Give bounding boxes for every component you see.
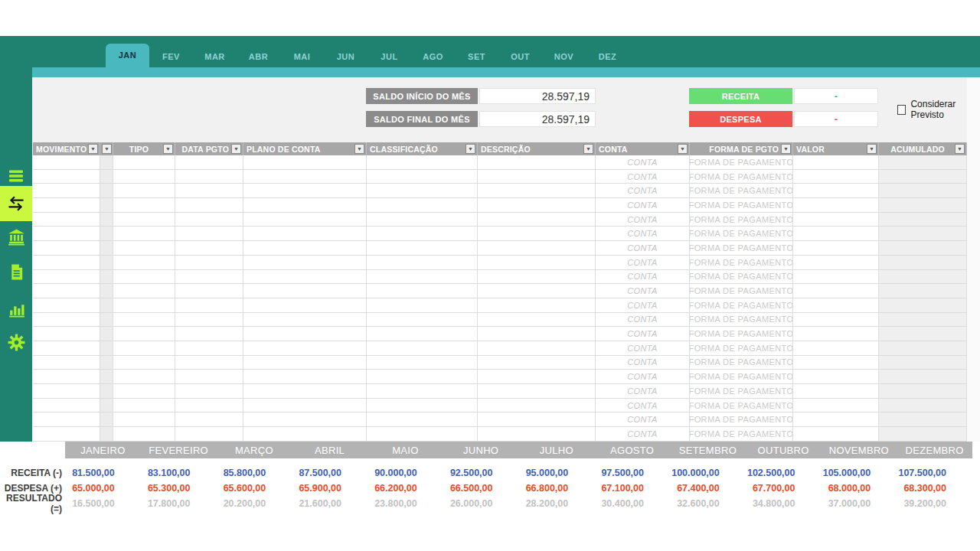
empty-cell[interactable]	[100, 327, 113, 341]
sidebar-item-charts[interactable]	[0, 296, 32, 321]
empty-cell[interactable]	[100, 384, 113, 399]
empty-cell[interactable]	[793, 356, 879, 370]
empty-cell[interactable]	[33, 155, 100, 170]
conta-placeholder-cell[interactable]: CONTA	[596, 198, 690, 213]
conta-placeholder-cell[interactable]: CONTA	[596, 427, 690, 442]
empty-cell[interactable]	[879, 284, 967, 298]
empty-cell[interactable]	[100, 213, 113, 227]
empty-cell[interactable]	[367, 313, 478, 328]
empty-cell[interactable]	[175, 384, 243, 399]
empty-cell[interactable]	[243, 298, 367, 313]
empty-cell[interactable]	[243, 213, 367, 227]
empty-cell[interactable]	[113, 256, 175, 270]
empty-cell[interactable]	[175, 427, 243, 442]
conta-placeholder-cell[interactable]: CONTA	[596, 313, 690, 328]
empty-cell[interactable]	[243, 399, 367, 413]
empty-cell[interactable]	[478, 227, 596, 241]
empty-cell[interactable]	[879, 427, 967, 442]
empty-cell[interactable]	[478, 155, 596, 170]
forma-pgto-placeholder-cell[interactable]: FORMA DE PAGAMENTO	[690, 184, 793, 198]
empty-cell[interactable]	[243, 412, 367, 427]
filter-dropdown-icon[interactable]: ▼	[102, 144, 112, 154]
empty-cell[interactable]	[478, 370, 596, 384]
empty-cell[interactable]	[879, 256, 967, 270]
empty-cell[interactable]	[100, 270, 113, 285]
empty-cell[interactable]	[367, 356, 478, 370]
tab-set[interactable]: SET	[455, 45, 498, 67]
empty-cell[interactable]	[879, 370, 967, 384]
empty-cell[interactable]	[100, 284, 113, 298]
empty-cell[interactable]	[793, 384, 879, 399]
empty-cell[interactable]	[100, 184, 113, 198]
conta-placeholder-cell[interactable]: CONTA	[596, 184, 690, 198]
conta-placeholder-cell[interactable]: CONTA	[596, 384, 690, 399]
empty-cell[interactable]	[100, 370, 113, 384]
empty-cell[interactable]	[243, 227, 367, 241]
empty-cell[interactable]	[175, 313, 243, 328]
empty-cell[interactable]	[175, 184, 243, 198]
empty-cell[interactable]	[243, 198, 367, 213]
empty-cell[interactable]	[175, 284, 243, 298]
sidebar-item-menu[interactable]	[0, 166, 32, 186]
empty-cell[interactable]	[793, 227, 879, 241]
empty-cell[interactable]	[367, 384, 478, 399]
sidebar-item-documents[interactable]	[0, 259, 32, 284]
forma-pgto-placeholder-cell[interactable]: FORMA DE PAGAMENTO	[690, 399, 793, 413]
forma-pgto-placeholder-cell[interactable]: FORMA DE PAGAMENTO	[690, 284, 793, 298]
conta-placeholder-cell[interactable]: CONTA	[596, 256, 690, 270]
empty-cell[interactable]	[879, 313, 967, 328]
empty-cell[interactable]	[367, 412, 478, 427]
empty-cell[interactable]	[478, 313, 596, 328]
empty-cell[interactable]	[243, 356, 367, 370]
conta-placeholder-cell[interactable]: CONTA	[596, 213, 690, 227]
empty-cell[interactable]	[243, 427, 367, 442]
empty-cell[interactable]	[100, 241, 113, 256]
empty-cell[interactable]	[478, 356, 596, 370]
empty-cell[interactable]	[879, 384, 967, 399]
empty-cell[interactable]	[243, 155, 367, 170]
empty-cell[interactable]	[793, 213, 879, 227]
empty-cell[interactable]	[33, 327, 100, 341]
forma-pgto-placeholder-cell[interactable]: FORMA DE PAGAMENTO	[690, 298, 793, 313]
empty-cell[interactable]	[478, 341, 596, 356]
empty-cell[interactable]	[175, 227, 243, 241]
filter-dropdown-icon[interactable]: ▼	[163, 144, 173, 154]
filter-dropdown-icon[interactable]: ▼	[583, 144, 593, 154]
empty-cell[interactable]	[367, 370, 478, 384]
saldo-final-value[interactable]: 28.597,19	[479, 111, 596, 127]
forma-pgto-placeholder-cell[interactable]: FORMA DE PAGAMENTO	[690, 356, 793, 370]
empty-cell[interactable]	[33, 313, 100, 328]
empty-cell[interactable]	[113, 184, 175, 198]
empty-cell[interactable]	[793, 327, 879, 341]
empty-cell[interactable]	[478, 427, 596, 442]
forma-pgto-placeholder-cell[interactable]: FORMA DE PAGAMENTO	[690, 341, 793, 356]
empty-cell[interactable]	[33, 184, 100, 198]
tab-abr[interactable]: ABR	[237, 45, 280, 67]
empty-cell[interactable]	[175, 213, 243, 227]
empty-cell[interactable]	[879, 155, 967, 170]
empty-cell[interactable]	[175, 399, 243, 413]
tab-jan[interactable]: JAN	[106, 44, 149, 67]
empty-cell[interactable]	[113, 384, 175, 399]
empty-cell[interactable]	[175, 198, 243, 213]
empty-cell[interactable]	[793, 184, 879, 198]
forma-pgto-placeholder-cell[interactable]: FORMA DE PAGAMENTO	[690, 213, 793, 227]
sidebar-item-settings[interactable]	[0, 330, 32, 354]
empty-cell[interactable]	[113, 412, 175, 427]
forma-pgto-placeholder-cell[interactable]: FORMA DE PAGAMENTO	[690, 155, 793, 170]
empty-cell[interactable]	[100, 412, 113, 427]
empty-cell[interactable]	[367, 155, 478, 170]
empty-cell[interactable]	[243, 341, 367, 356]
empty-cell[interactable]	[367, 341, 478, 356]
empty-cell[interactable]	[879, 399, 967, 413]
empty-cell[interactable]	[367, 270, 478, 285]
saldo-inicio-value[interactable]: 28.597,19	[479, 88, 596, 104]
empty-cell[interactable]	[879, 298, 967, 313]
empty-cell[interactable]	[478, 384, 596, 399]
empty-cell[interactable]	[793, 170, 879, 184]
empty-cell[interactable]	[478, 412, 596, 427]
conta-placeholder-cell[interactable]: CONTA	[596, 412, 690, 427]
empty-cell[interactable]	[113, 155, 175, 170]
conta-placeholder-cell[interactable]: CONTA	[596, 284, 690, 298]
conta-placeholder-cell[interactable]: CONTA	[596, 370, 690, 384]
